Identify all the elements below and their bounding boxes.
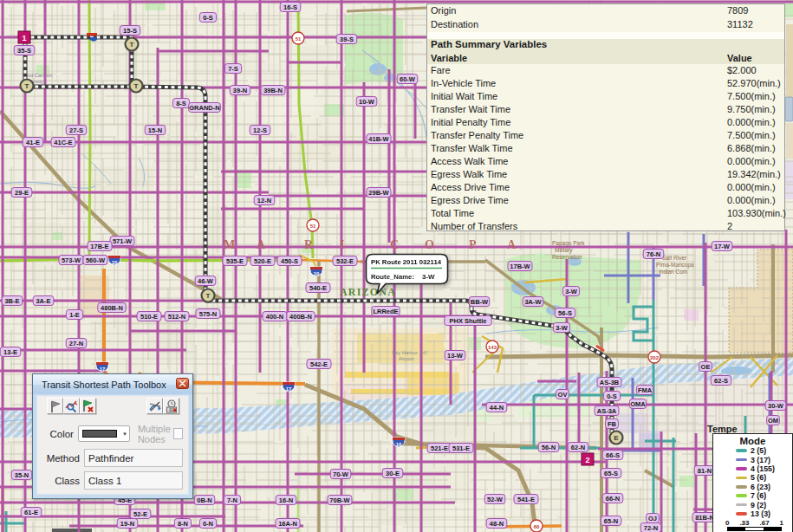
svg-text:A: A	[507, 238, 517, 251]
svg-text:542-E: 542-E	[310, 360, 328, 368]
svg-text:PHX Shuttle: PHX Shuttle	[450, 317, 487, 325]
svg-text:3-W: 3-W	[556, 324, 569, 332]
svg-text:10: 10	[314, 271, 320, 276]
svg-text:512-N: 512-N	[168, 313, 185, 321]
svg-text:480B-N: 480B-N	[101, 304, 123, 312]
svg-text:35-N: 35-N	[15, 471, 29, 479]
svg-text:531-E: 531-E	[452, 444, 470, 452]
svg-text:17B-W: 17B-W	[510, 263, 530, 270]
svg-text:T: T	[134, 82, 139, 90]
svg-text:FB: FB	[608, 420, 617, 428]
svg-text:41-E: 41-E	[26, 139, 40, 146]
svg-text:70B-W: 70B-W	[329, 496, 350, 504]
svg-text:10: 10	[396, 442, 402, 447]
svg-text:Reservation: Reservation	[552, 254, 582, 260]
svg-text:30-W: 30-W	[768, 402, 784, 410]
svg-text:51: 51	[310, 224, 316, 229]
svg-text:62-N: 62-N	[571, 444, 585, 451]
svg-text:41B-W: 41B-W	[368, 135, 389, 143]
svg-text:56-S: 56-S	[558, 309, 572, 317]
svg-text:0-S: 0-S	[607, 393, 617, 400]
svg-text:M: M	[224, 238, 235, 251]
svg-text:O: O	[425, 238, 434, 251]
svg-text:and Canyon: and Canyon	[24, 73, 52, 78]
svg-text:571-W: 571-W	[113, 237, 133, 245]
svg-text:OV: OV	[558, 391, 568, 399]
svg-text:560-W: 560-W	[86, 256, 106, 264]
svg-text:450-S: 450-S	[281, 257, 298, 265]
svg-text:0B-N: 0B-N	[197, 496, 212, 504]
svg-text:16-N: 16-N	[279, 496, 293, 504]
svg-text:535-E: 535-E	[226, 257, 244, 265]
svg-text:202: 202	[650, 355, 660, 360]
svg-text:46-W: 46-W	[198, 277, 214, 285]
svg-text:29B-W: 29B-W	[368, 189, 389, 197]
svg-text:LRRedE: LRRedE	[373, 308, 398, 315]
svg-text:3A-E: 3A-E	[36, 297, 50, 305]
svg-text:10-W: 10-W	[359, 98, 375, 106]
svg-text:510-E: 510-E	[140, 313, 158, 321]
svg-text:17-W: 17-W	[714, 243, 731, 250]
svg-text:27-S: 27-S	[69, 127, 83, 134]
svg-text:60: 60	[534, 524, 540, 529]
svg-text:OJ: OJ	[648, 515, 657, 522]
svg-text:60-W: 60-W	[400, 75, 416, 83]
svg-text:A: A	[257, 238, 266, 251]
svg-text:OMA: OMA	[630, 400, 646, 408]
svg-text:532-E: 532-E	[336, 257, 354, 265]
svg-text:0-S: 0-S	[203, 14, 213, 22]
svg-text:0-N: 0-N	[203, 520, 213, 528]
svg-text:10: 10	[112, 260, 118, 265]
svg-text:13-E: 13-E	[3, 348, 17, 356]
svg-text:540-E: 540-E	[309, 284, 327, 292]
svg-text:39-N: 39-N	[233, 87, 247, 94]
svg-text:39B-N: 39B-N	[263, 87, 283, 94]
svg-text:13-W: 13-W	[447, 352, 464, 360]
svg-text:Route_Name:: Route_Name:	[371, 273, 414, 281]
svg-text:76-N: 76-N	[647, 250, 660, 258]
svg-text:T: T	[25, 82, 29, 90]
svg-text:3-W: 3-W	[422, 273, 435, 281]
svg-text:Sky Harbor Int'l: Sky Harbor Int'l	[392, 350, 427, 355]
svg-text:Pima-Maricopa: Pima-Maricopa	[656, 262, 694, 269]
svg-text:52-W: 52-W	[487, 496, 504, 503]
svg-text:39-S: 39-S	[340, 36, 354, 43]
svg-text:35-S: 35-S	[17, 47, 31, 55]
svg-text:62-S: 62-S	[714, 377, 728, 385]
svg-text:12-N: 12-N	[257, 197, 271, 204]
svg-text:E: E	[614, 434, 619, 442]
svg-text:29-E: 29-E	[15, 189, 29, 197]
svg-text:81-N: 81-N	[698, 467, 712, 475]
svg-text:56-N: 56-N	[542, 444, 556, 451]
svg-text:541-E: 541-E	[517, 496, 535, 503]
svg-text:17: 17	[286, 386, 292, 392]
svg-text:66-N: 66-N	[606, 495, 620, 503]
svg-text:3A-W: 3A-W	[524, 298, 542, 306]
svg-text:51: 51	[296, 36, 302, 42]
svg-text:I: I	[340, 238, 344, 251]
svg-text:15-S: 15-S	[123, 27, 137, 35]
svg-text:15-N: 15-N	[148, 127, 162, 134]
svg-text:Papago Park: Papago Park	[552, 240, 585, 247]
svg-text:520-E: 520-E	[254, 257, 271, 265]
svg-text:OE: OE	[701, 363, 711, 371]
svg-text:52-E: 52-E	[133, 510, 147, 518]
svg-text:521-E: 521-E	[431, 444, 448, 452]
svg-text:72-N: 72-N	[644, 524, 658, 532]
svg-text:OM: OM	[768, 417, 778, 425]
svg-text:41C-E: 41C-E	[54, 139, 72, 146]
svg-text:Salt River: Salt River	[662, 255, 687, 261]
svg-text:GRAND-N: GRAND-N	[189, 104, 219, 112]
svg-text:66-S: 66-S	[606, 451, 620, 459]
svg-text:65-N: 65-N	[604, 517, 618, 525]
svg-text:PK Route 2011 032114: PK Route 2011 032114	[371, 258, 442, 266]
svg-text:65-S: 65-S	[604, 470, 618, 477]
svg-text:575-N: 575-N	[199, 310, 217, 318]
svg-text:P: P	[469, 238, 477, 251]
svg-text:81B-N: 81B-N	[695, 514, 714, 522]
svg-text:16-S: 16-S	[283, 3, 297, 11]
svg-text:Military: Military	[555, 247, 573, 254]
svg-text:Indian Com: Indian Com	[659, 269, 687, 275]
svg-text:C: C	[390, 238, 399, 251]
svg-text:3B-E: 3B-E	[4, 297, 19, 305]
